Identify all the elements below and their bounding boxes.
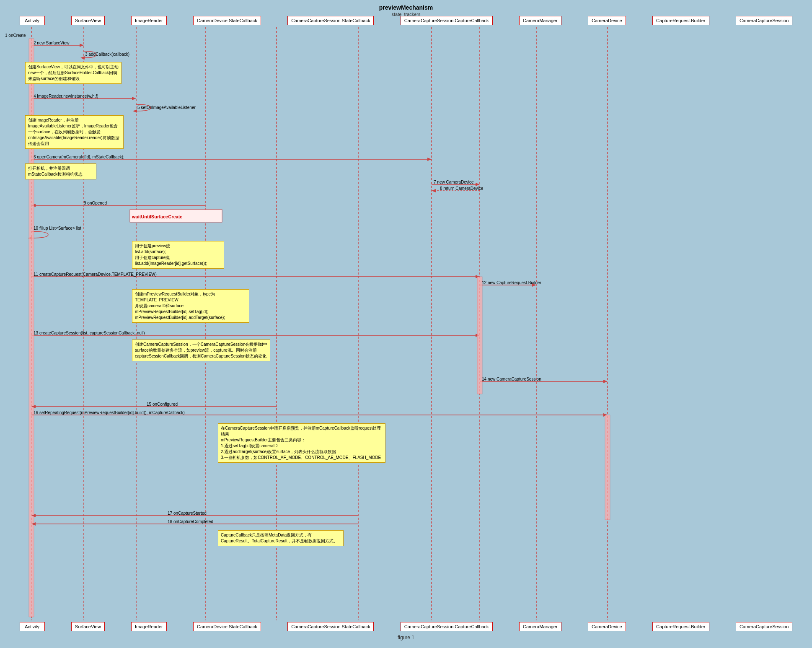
svg-text:5 setOnImageAvailableListener: 5 setOnImageAvailableListener [137, 105, 196, 110]
note-capturerequest: 创建mPreviewRequestBuilder对象，type为TEMPLATE… [132, 289, 249, 323]
svg-text:7 new CameraDevice: 7 new CameraDevice [434, 180, 474, 184]
svg-marker-63 [31, 522, 36, 526]
svg-text:17 onCaptureStarted: 17 onCaptureStarted [168, 511, 207, 516]
svg-marker-56 [603, 413, 608, 417]
lifeline-cameradevice-bottom: CameraDevice [588, 622, 626, 631]
lifeline-capturerequest-builder-bottom: CaptureRequest.Builder [652, 622, 709, 631]
lifeline-cameramanager-bottom: CameraManager [519, 622, 561, 631]
svg-text:waitUntilSurfaceCreate: waitUntilSurfaceCreate [132, 214, 182, 219]
svg-text:1 onCreate: 1 onCreate [5, 33, 26, 38]
svg-rect-58 [605, 415, 610, 520]
svg-marker-32 [31, 204, 36, 207]
svg-text:6 openCamera(mCameraId[id], mS: 6 openCamera(mCameraId[id], mStateCallba… [34, 155, 124, 159]
lifeline-cameradevice-top: CameraDevice [588, 16, 626, 25]
lifeline-cameracapturesession-top: CameraCaptureSession [736, 16, 792, 25]
note-repeatingrequest: 在CameraCaptureSession中请开启启预览，并注册mCapture… [218, 423, 385, 463]
svg-text:13 createCaptureSession(list, : 13 createCaptureSession(list, captureSes… [34, 331, 145, 335]
svg-rect-51 [477, 277, 482, 394]
lifeline-cameramanager-top: CameraManager [519, 16, 561, 25]
note-opencamera: 打开相机，并注册回调mStateCallback检测相机状态 [25, 163, 96, 179]
svg-marker-39 [476, 275, 480, 278]
lifeline-surfaceview-top: SurfaceView [71, 16, 105, 25]
svg-marker-60 [31, 514, 36, 517]
svg-marker-29 [432, 189, 436, 192]
lifeline-cameracapturesession-capturecb-top: CameraCaptureSession.CaptureCallback [401, 16, 493, 25]
lifeline-cameradevice-statecb-bottom: CameraDevice.StateCallback [193, 622, 261, 631]
svg-text:16 setRepeatingRequest(mPrevie: 16 setRepeatingRequest(mPreviewRequestBu… [34, 410, 185, 415]
diagram-title: previewMechanism [0, 0, 812, 12]
top-lifeline-headers: Activity SurfaceView ImageReader CameraD… [0, 16, 812, 25]
svg-text:4 ImageReader.newInstance(w,h,: 4 ImageReader.newInstance(w,h,f) [34, 94, 98, 98]
sequence-svg: 1 onCreate 2 new SurfaceView 3 addCallba… [0, 0, 812, 648]
lifeline-surfaceview-bottom: SurfaceView [71, 622, 105, 631]
lifeline-imagereader-top: ImageReader [131, 16, 167, 25]
lifeline-cameracapturesession-statecb-bottom: CameraCaptureSession.StateCallback [287, 622, 374, 631]
svg-rect-34 [130, 210, 222, 222]
svg-text:3 addCallback(callback): 3 addCallback(callback) [85, 52, 129, 57]
svg-marker-18 [132, 97, 136, 100]
note-capturesession: 创建CameraCaptureSession，一个CameraCaptureSe… [132, 340, 270, 361]
svg-text:18 onCaptureCompleted: 18 onCaptureCompleted [168, 519, 213, 524]
note-surfaceview: 创建SurfaceView，可以在局文件中，也可以主动new一个，然后注册Sur… [25, 62, 122, 84]
svg-marker-48 [603, 380, 608, 383]
svg-marker-15 [80, 56, 85, 60]
svg-text:11 createCaptureRequest(Camera: 11 createCaptureRequest(CameraDevice.TEM… [34, 272, 157, 277]
diagram-container: previewMechanism state_trackers Activity… [0, 0, 812, 648]
figure-label: figure 1 [0, 631, 812, 644]
note-imagereader: 创建ImageReader，并注册ImageAvailableListener监… [25, 115, 124, 149]
svg-text:2 new SurfaceView: 2 new SurfaceView [34, 41, 70, 45]
svg-marker-23 [427, 158, 432, 161]
lifeline-cameradevice-statecb-top: CameraDevice.StateCallback [193, 16, 261, 25]
lifeline-cameracapturesession-statecb-top: CameraCaptureSession.StateCallback [287, 16, 374, 25]
note-capturecallback: CaptureCallback只是按照MetaData返回方式，有Capture… [218, 530, 344, 546]
svg-marker-13 [80, 44, 84, 47]
svg-text:10 fillup List<Surface> list: 10 fillup List<Surface> list [34, 226, 81, 231]
lifeline-cameracapturesession-capturecb-bottom: CameraCaptureSession.CaptureCallback [401, 622, 493, 631]
lifeline-activity-top: Activity [20, 16, 45, 25]
svg-marker-42 [532, 283, 536, 287]
svg-text:9 onOpened: 9 onOpened [84, 201, 107, 205]
lifeline-cameracapturesession-bottom: CameraCaptureSession [736, 622, 792, 631]
lifeline-capturerequest-builder-top: CaptureRequest.Builder [652, 16, 709, 25]
svg-text:8 return CameraDevice: 8 return CameraDevice [440, 186, 484, 191]
svg-marker-26 [476, 183, 480, 186]
note-list: 用于创建preview流list.add(surface);用于创建captur… [132, 241, 224, 269]
svg-marker-53 [31, 405, 36, 408]
svg-marker-45 [476, 334, 480, 337]
svg-marker-20 [133, 109, 137, 113]
svg-text:15 onConfigured: 15 onConfigured [147, 402, 178, 407]
svg-text:14 new CameraCaptureSession: 14 new CameraCaptureSession [482, 377, 541, 381]
lifeline-imagereader-bottom: ImageReader [131, 622, 167, 631]
bottom-lifeline-headers: Activity SurfaceView ImageReader CameraD… [0, 622, 812, 631]
svg-marker-37 [28, 236, 32, 240]
svg-text:12 new CaptureRequest.Builder: 12 new CaptureRequest.Builder [482, 280, 541, 285]
lifeline-activity-bottom: Activity [20, 622, 45, 631]
